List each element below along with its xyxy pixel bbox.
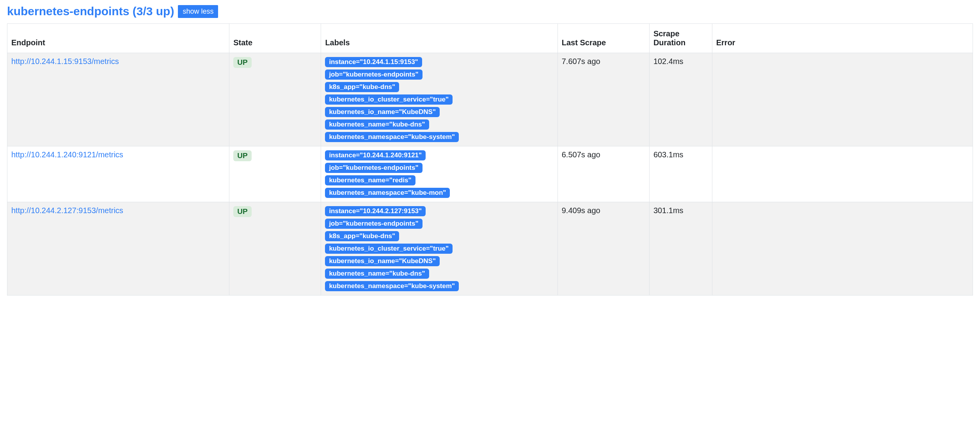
targets-table: Endpoint State Labels Last Scrape Scrape…: [7, 23, 973, 296]
label-pill: kubernetes_namespace="kube-mon": [325, 188, 450, 198]
error-cell: [712, 146, 973, 202]
endpoint-link[interactable]: http://10.244.1.240:9121/metrics: [11, 150, 123, 159]
label-pill: job="kubernetes-endpoints": [325, 163, 422, 173]
table-row: http://10.244.1.15:9153/metricsUPinstanc…: [7, 53, 973, 146]
scrape-duration-cell: 603.1ms: [649, 146, 712, 202]
state-badge: UP: [233, 206, 251, 217]
label-pill: kubernetes_name="redis": [325, 175, 415, 185]
label-pill: job="kubernetes-endpoints": [325, 219, 422, 229]
label-pill: kubernetes_io_name="KubeDNS": [325, 256, 440, 266]
col-last-scrape: Last Scrape: [557, 24, 649, 53]
scrape-duration-cell: 102.4ms: [649, 53, 712, 146]
label-pill: job="kubernetes-endpoints": [325, 69, 422, 80]
endpoint-link[interactable]: http://10.244.2.127:9153/metrics: [11, 206, 123, 215]
col-state: State: [229, 24, 321, 53]
pool-header: kubernetes-endpoints (3/3 up) show less: [7, 5, 973, 18]
col-endpoint: Endpoint: [7, 24, 229, 53]
state-badge: UP: [233, 150, 251, 161]
table-header-row: Endpoint State Labels Last Scrape Scrape…: [7, 24, 973, 53]
pool-title[interactable]: kubernetes-endpoints (3/3 up): [7, 5, 174, 18]
state-badge: UP: [233, 57, 251, 68]
table-row: http://10.244.2.127:9153/metricsUPinstan…: [7, 202, 973, 296]
endpoint-link[interactable]: http://10.244.1.15:9153/metrics: [11, 57, 119, 66]
scrape-duration-cell: 301.1ms: [649, 202, 712, 296]
label-pill: kubernetes_name="kube-dns": [325, 269, 429, 279]
label-pill: kubernetes_io_cluster_service="true": [325, 244, 453, 254]
last-scrape-cell: 9.409s ago: [557, 202, 649, 296]
labels-wrap: instance="10.244.1.240:9121"job="kuberne…: [325, 150, 553, 198]
col-labels: Labels: [321, 24, 557, 53]
show-less-button[interactable]: show less: [178, 5, 218, 18]
label-pill: instance="10.244.1.240:9121": [325, 150, 426, 160]
col-scrape-duration: Scrape Duration: [649, 24, 712, 53]
label-pill: k8s_app="kube-dns": [325, 82, 399, 92]
label-pill: instance="10.244.1.15:9153": [325, 57, 422, 67]
col-error: Error: [712, 24, 973, 53]
error-cell: [712, 202, 973, 296]
label-pill: instance="10.244.2.127:9153": [325, 206, 426, 216]
label-pill: kubernetes_namespace="kube-system": [325, 132, 459, 142]
label-pill: kubernetes_name="kube-dns": [325, 119, 429, 130]
error-cell: [712, 53, 973, 146]
label-pill: kubernetes_io_cluster_service="true": [325, 94, 453, 105]
table-row: http://10.244.1.240:9121/metricsUPinstan…: [7, 146, 973, 202]
label-pill: kubernetes_io_name="KubeDNS": [325, 107, 440, 117]
last-scrape-cell: 6.507s ago: [557, 146, 649, 202]
label-pill: kubernetes_namespace="kube-system": [325, 281, 459, 291]
last-scrape-cell: 7.607s ago: [557, 53, 649, 146]
labels-wrap: instance="10.244.1.15:9153"job="kubernet…: [325, 57, 553, 142]
label-pill: k8s_app="kube-dns": [325, 231, 399, 241]
labels-wrap: instance="10.244.2.127:9153"job="kuberne…: [325, 206, 553, 291]
